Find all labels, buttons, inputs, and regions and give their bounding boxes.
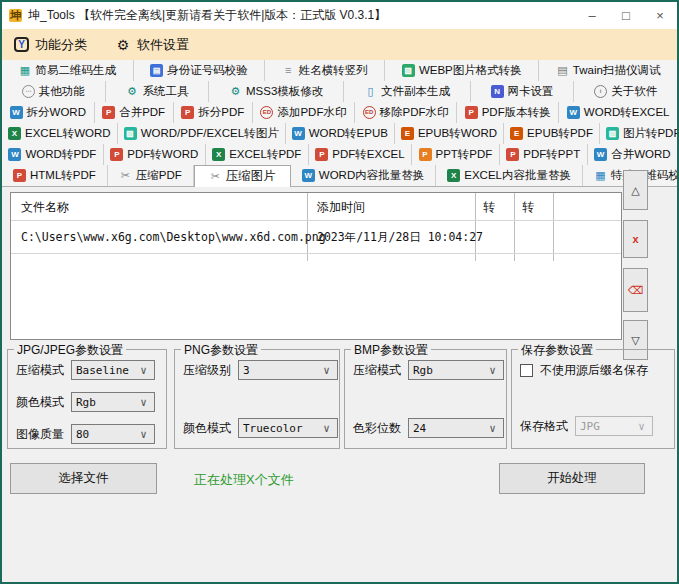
app-window: 坤 坤_Tools 【软件完全离线|更新请看关于软件|版本：正式版 V0.3.1… xyxy=(0,0,679,584)
tab-ppt-to-pdf[interactable]: PPPT转PDF xyxy=(412,144,500,165)
bmp-compress-mode-select[interactable]: Rgb∨ xyxy=(408,360,504,380)
tab-word-to-pdf[interactable]: WWORD转PDF xyxy=(2,144,104,165)
column-divider xyxy=(475,193,476,261)
chevron-down-icon: ∨ xyxy=(137,364,150,377)
qr-icon: ▦ xyxy=(594,169,607,182)
tab-word-batch-replace[interactable]: WWORD内容批量替换 xyxy=(291,165,436,186)
epub-icon: E xyxy=(510,127,523,140)
tab-word-to-excel[interactable]: WWORD转EXCEL xyxy=(559,102,677,123)
app-icon: 坤 xyxy=(9,9,22,22)
tab-image-to-pdf[interactable]: ▨图片转PDF xyxy=(600,123,679,144)
tab-about[interactable]: i关于软件 xyxy=(574,81,677,102)
tab-split-pdf[interactable]: P拆分PDF xyxy=(174,102,253,123)
tab-label: 移除PDF水印 xyxy=(380,105,449,120)
start-processing-button[interactable]: 开始处理 xyxy=(499,463,645,494)
tab-epub-to-word[interactable]: EEPUB转WORD xyxy=(395,123,504,144)
move-up-button[interactable]: △ xyxy=(623,170,648,210)
png-color-mode-select[interactable]: Truecolor∨ xyxy=(238,418,338,438)
list-icon: ≡ xyxy=(282,64,295,77)
keep-extension-checkbox[interactable] xyxy=(520,364,533,377)
tab-strip: ▦简易二维码生成 ▤身份证号码校验 ≡姓名横转竖列 ▨WEBP图片格式转换 ▤T… xyxy=(2,60,677,187)
tab-label: EPUB转PDF xyxy=(527,126,593,141)
tab-twain-debug[interactable]: ▤Twain扫描仪调试 xyxy=(539,60,677,81)
tab-pdf-to-word[interactable]: PPDF转WORD xyxy=(104,144,206,165)
triangle-down-icon: ▽ xyxy=(629,334,642,347)
tab-office-to-image[interactable]: ▨WORD/PDF/EXCEL转图片 xyxy=(118,123,286,144)
jpg-color-mode-select[interactable]: Rgb∨ xyxy=(71,392,155,412)
close-button[interactable]: × xyxy=(643,2,677,29)
tab-row-5: WWORD转PDF PPDF转WORD XEXCEL转PDF PPDF转EXCE… xyxy=(2,144,677,165)
maximize-button[interactable]: □ xyxy=(609,2,643,29)
menu-function-category[interactable]: Y 功能分类 xyxy=(14,36,87,54)
tab-excel-batch-replace[interactable]: XEXCEL内容批量替换 xyxy=(436,165,583,186)
image-icon: ▨ xyxy=(124,127,137,140)
menu-bar: Y 功能分类 ⚙ 软件设置 xyxy=(2,29,677,60)
tab-label: PDF转EXCEL xyxy=(332,147,404,162)
tab-other-functions[interactable]: ⋯其他功能 xyxy=(2,81,106,102)
tab-file-copy[interactable]: ▯文件副本生成 xyxy=(344,81,471,102)
select-files-button[interactable]: 选择文件 xyxy=(10,463,157,494)
bmp-color-depth-select[interactable]: 24∨ xyxy=(408,418,504,438)
tab-webp-convert[interactable]: ▨WEBP图片格式转换 xyxy=(385,60,539,81)
tab-network-settings[interactable]: N网卡设置 xyxy=(471,81,575,102)
word-icon: W xyxy=(302,169,315,182)
tab-add-pdf-watermark[interactable]: ED添加PDF水印 xyxy=(253,102,355,123)
png-compress-level-select[interactable]: 3∨ xyxy=(238,360,338,380)
tab-excel-to-pdf[interactable]: XEXCEL转PDF xyxy=(206,144,309,165)
tab-label: HTML转PDF xyxy=(30,168,96,183)
tab-qr-generate[interactable]: ▦简易二维码生成 xyxy=(2,60,134,81)
tab-name-transpose[interactable]: ≡姓名横转竖列 xyxy=(265,60,385,81)
tab-word-to-epub[interactable]: WWORD转EPUB xyxy=(286,123,395,144)
jpg-params-group: JPG/JPEG参数设置 压缩模式 Baseline∨ 颜色模式 Rgb∨ 图像… xyxy=(7,349,167,449)
excel-icon: X xyxy=(447,169,460,182)
tab-merge-pdf[interactable]: P合并PDF xyxy=(95,102,174,123)
ellipsis-icon: ⋯ xyxy=(22,85,35,98)
menu-label: 功能分类 xyxy=(35,36,87,54)
chevron-down-icon: ∨ xyxy=(486,422,499,435)
tab-compress-image[interactable]: ✂压缩图片 xyxy=(194,165,291,187)
tab-split-word[interactable]: W拆分WORD xyxy=(2,102,95,123)
tab-compress-pdf[interactable]: ✂压缩PDF xyxy=(108,165,194,186)
word-icon: W xyxy=(10,106,23,119)
field-label: 颜色模式 xyxy=(183,420,231,437)
word-icon: W xyxy=(8,148,21,161)
chevron-down-icon: ∨ xyxy=(137,396,150,409)
clear-list-button[interactable]: ⌫ xyxy=(623,268,648,312)
tab-excel-to-word[interactable]: XEXCEL转WORD xyxy=(2,123,118,144)
watermark-icon: ED xyxy=(260,106,273,119)
network-icon: N xyxy=(491,85,504,98)
tab-pdf-to-excel[interactable]: PPDF转EXCEL xyxy=(309,144,412,165)
gear-icon: ⚙ xyxy=(115,37,131,53)
column-header-convert2: 转 xyxy=(522,199,534,216)
jpg-quality-select[interactable]: 80∨ xyxy=(71,424,155,444)
tab-mss3-template[interactable]: ⚙MSS3模板修改 xyxy=(209,81,344,102)
tab-id-validate[interactable]: ▤身份证号码校验 xyxy=(134,60,266,81)
pdf-icon: P xyxy=(465,106,478,119)
excel-icon: X xyxy=(212,148,225,161)
window-title: 坤_Tools 【软件完全离线|更新请看关于软件|版本：正式版 V0.3.1】 xyxy=(28,7,386,24)
tab-label: 压缩PDF xyxy=(136,168,182,183)
brush-icon: ✂ xyxy=(209,170,222,183)
tab-html-to-pdf[interactable]: PHTML转PDF xyxy=(2,165,108,186)
menu-software-settings[interactable]: ⚙ 软件设置 xyxy=(115,36,189,54)
tab-remove-pdf-watermark[interactable]: ED移除PDF水印 xyxy=(355,102,457,123)
jpg-compress-mode-select[interactable]: Baseline∨ xyxy=(71,360,155,380)
tab-label: 拆分WORD xyxy=(27,105,86,120)
tab-system-tools[interactable]: ⚙系统工具 xyxy=(106,81,210,102)
tab-pdf-to-ppt[interactable]: PPDF转PPT xyxy=(500,144,588,165)
tab-label: WORD内容批量替换 xyxy=(319,168,424,183)
column-header-convert1: 转 xyxy=(483,199,495,216)
tab-epub-to-pdf[interactable]: EEPUB转PDF xyxy=(504,123,600,144)
column-divider xyxy=(307,193,308,261)
file-icon: ▯ xyxy=(364,85,377,98)
pdf-icon: P xyxy=(315,148,328,161)
tab-merge-word[interactable]: W合并WORD xyxy=(588,144,677,165)
tab-row-1: ▦简易二维码生成 ▤身份证号码校验 ≡姓名横转竖列 ▨WEBP图片格式转换 ▤T… xyxy=(2,60,677,81)
tab-label: 关于软件 xyxy=(611,84,657,99)
remove-file-button[interactable]: x xyxy=(623,220,648,258)
tab-pdf-version[interactable]: PPDF版本转换 xyxy=(457,102,559,123)
minimize-button[interactable]: – xyxy=(575,2,609,29)
gear-icon: ⚙ xyxy=(229,85,242,98)
file-list[interactable]: 文件名称 添加时间 转 转 C:\Users\www.x6g.com\Deskt… xyxy=(10,192,622,340)
tab-label: 合并WORD xyxy=(611,147,670,162)
